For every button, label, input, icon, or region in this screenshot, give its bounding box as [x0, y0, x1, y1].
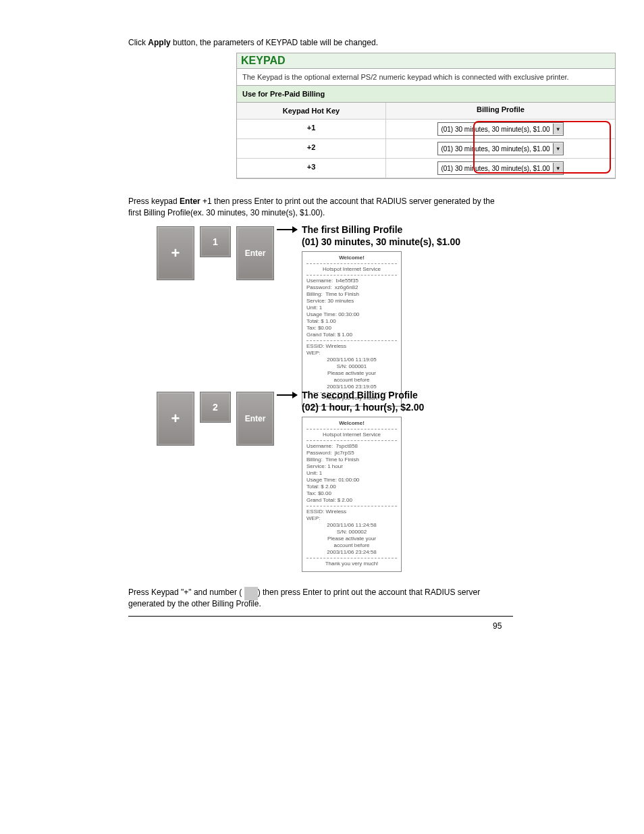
receipt-1: Welcome! Hotspot Internet Service Userna…: [302, 251, 402, 407]
receipt-2: Welcome! Hotspot Internet Service Userna…: [302, 417, 402, 572]
keypad-panel: KEYPAD The Keypad is the optional extern…: [236, 53, 616, 179]
col-header-profile: Billing Profile: [386, 103, 615, 119]
key-enter: Enter: [236, 226, 274, 280]
key-one: 1: [200, 226, 231, 257]
profile2-heading: The second Billing Profile (02) 1 hour, …: [302, 389, 424, 413]
hotkey-cell: +1: [237, 120, 386, 138]
footer-text: Press Keypad "+" and number ( ) then pre…: [128, 587, 510, 610]
apply-word: Apply: [148, 38, 170, 47]
key-plus: +: [157, 226, 194, 280]
arrow-icon: [277, 229, 297, 230]
col-header-hotkey: Keypad Hot Key: [237, 103, 386, 119]
page-number: 95: [493, 621, 502, 631]
table-row: +3 (01) 30 minutes, 30 minute(s), $1.00 …: [237, 159, 615, 178]
chevron-down-icon: ▼: [553, 124, 563, 134]
intro-text: Click Apply button, the parameters of KE…: [128, 37, 513, 49]
arrow-icon: [277, 394, 297, 396]
key-sequence-2: + 2 Enter: [157, 392, 274, 446]
horizontal-rule: [128, 616, 513, 617]
select-value: (01) 30 minutes, 30 minute(s), $1.00: [441, 145, 549, 153]
key-plus: +: [157, 392, 194, 446]
key-enter: Enter: [236, 392, 274, 446]
key-two: 2: [200, 392, 231, 423]
select-value: (01) 30 minutes, 30 minute(s), $1.00: [441, 126, 549, 133]
select-value: (01) 30 minutes, 30 minute(s), $1.00: [441, 165, 549, 172]
intro-prefix: Click: [128, 38, 148, 47]
keypad-section: Use for Pre-Paid Billing: [237, 86, 615, 103]
chevron-down-icon: ▼: [553, 163, 563, 174]
billing-profile-select-3[interactable]: (01) 30 minutes, 30 minute(s), $1.00 ▼: [437, 161, 563, 175]
table-row: +2 (01) 30 minutes, 30 minute(s), $1.00 …: [237, 139, 615, 159]
hotkey-cell: +2: [237, 139, 386, 158]
table-row: +1 (01) 30 minutes, 30 minute(s), $1.00 …: [237, 120, 615, 139]
number-placeholder-icon: [244, 587, 258, 600]
billing-profile-select-2[interactable]: (01) 30 minutes, 30 minute(s), $1.00 ▼: [437, 142, 563, 155]
example-text: Press keypad Enter +1 then press Enter t…: [128, 196, 506, 219]
hotkey-cell: +3: [237, 159, 386, 178]
keypad-desc: The Keypad is the optional external PS/2…: [237, 69, 615, 86]
key-sequence-1: + 1 Enter: [157, 226, 274, 280]
keypad-title: KEYPAD: [237, 53, 615, 69]
chevron-down-icon: ▼: [553, 143, 563, 154]
billing-profile-select-1[interactable]: (01) 30 minutes, 30 minute(s), $1.00 ▼: [437, 122, 563, 136]
profile1-heading: The first Billing Profile (01) 30 minute…: [302, 224, 460, 248]
enter-label: Enter: [180, 197, 200, 206]
intro-suffix: button, the parameters of KEYPAD table w…: [171, 38, 378, 47]
